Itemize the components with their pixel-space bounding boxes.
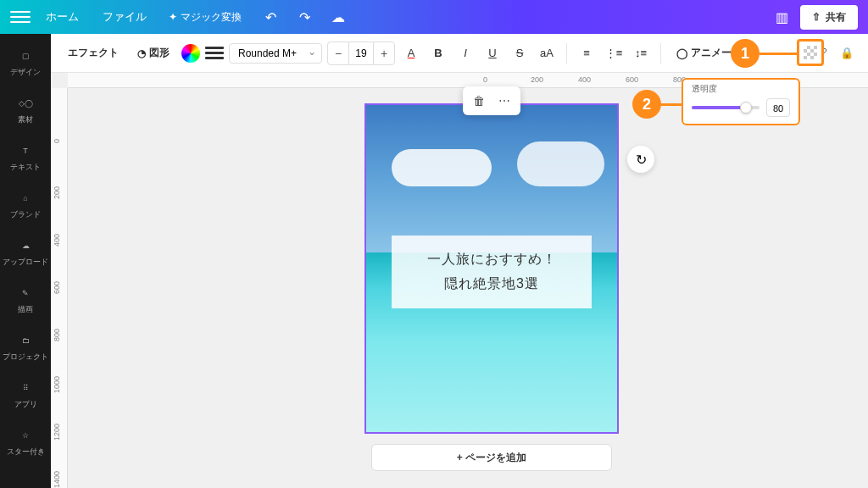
ruler-tick: 1400 — [53, 471, 61, 488]
sidebar-label: 描画 — [18, 304, 33, 315]
ruler-tick: 0 — [483, 75, 487, 84]
sidebar-item-draw[interactable]: ✎描画 — [2, 278, 49, 322]
ruler-tick: 200 — [53, 186, 61, 199]
element-context-menu: 🗑 ⋯ — [463, 86, 520, 115]
transparency-label: 透明度 — [692, 83, 790, 95]
left-sidebar: ▢デザイン ◇◯素材 Tテキスト ⌂ブランド ☁アップロード ✎描画 🗀プロジェ… — [0, 34, 51, 488]
sidebar-item-upload[interactable]: ☁アップロード — [2, 230, 49, 274]
chart-icon[interactable]: ▥ — [770, 5, 793, 29]
animate-label: アニメー — [691, 46, 732, 60]
font-size-value[interactable]: 19 — [348, 42, 374, 64]
shape-label: 図形 — [149, 46, 170, 60]
cloud-sync-icon[interactable]: ☁ — [326, 5, 350, 29]
top-nav: ホーム ファイル ✦ マジック変換 ↶ ↷ ☁ ▥ ⇧ 共有 — [0, 0, 868, 34]
transparency-icon[interactable] — [804, 46, 817, 59]
ruler-tick: 200 — [531, 75, 543, 84]
text-icon: T — [17, 142, 34, 159]
animate-button[interactable]: ◯ アニメー — [670, 42, 738, 64]
sidebar-label: プロジェクト — [3, 352, 48, 363]
spacing-icon[interactable]: ↕≡ — [630, 42, 652, 64]
list-bullet-icon[interactable]: ⋮≡ — [603, 42, 625, 64]
strikethrough-icon[interactable]: S — [509, 42, 531, 64]
color-picker-icon[interactable] — [181, 44, 200, 63]
font-family-select[interactable]: Rounded M+ — [229, 43, 322, 64]
case-icon[interactable]: aA — [536, 42, 558, 64]
brand-icon: ⌂ — [17, 190, 34, 207]
canvas-workspace[interactable]: 0 200 400 600 800 0 200 400 600 800 1000… — [51, 73, 868, 488]
design-page[interactable]: 一人旅におすすめ！ 隠れ絶景地3選 🗑 ⋯ ↻ — [364, 103, 619, 434]
annotation-callout-1: 1 — [731, 39, 760, 68]
apps-icon: ⠿ — [17, 380, 34, 396]
annotation-line — [760, 53, 797, 55]
slider-thumb[interactable] — [740, 102, 752, 114]
sidebar-item-text[interactable]: Tテキスト — [2, 136, 49, 180]
transparency-slider[interactable] — [692, 106, 760, 109]
underline-icon[interactable]: U — [481, 42, 504, 64]
sidebar-item-elements[interactable]: ◇◯素材 — [2, 88, 49, 132]
ruler-tick: 0 — [53, 139, 61, 143]
sidebar-item-design[interactable]: ▢デザイン — [2, 41, 49, 85]
rotate-icon[interactable]: ↻ — [627, 146, 654, 173]
bold-icon[interactable]: B — [427, 42, 449, 64]
template-icon: ▢ — [17, 47, 34, 64]
sidebar-item-starred[interactable]: ☆スター付き — [2, 420, 49, 464]
menu-icon[interactable] — [10, 7, 31, 27]
effect-button[interactable]: エフェクト — [61, 42, 125, 64]
magic-label: マジック変換 — [181, 10, 242, 25]
undo-icon[interactable]: ↶ — [259, 5, 282, 29]
sky-image — [366, 105, 617, 252]
sidebar-item-apps[interactable]: ⠿アプリ — [2, 373, 49, 417]
folder-icon: 🗀 — [17, 332, 34, 349]
text-overlay-box[interactable]: 一人旅におすすめ！ 隠れ絶景地3選 — [392, 236, 593, 308]
font-size-decrease[interactable]: − — [328, 42, 348, 64]
ruler-tick: 400 — [53, 234, 61, 247]
transparency-value-input[interactable]: 80 — [766, 98, 790, 117]
sidebar-label: スター付き — [7, 446, 45, 458]
nav-file[interactable]: ファイル — [94, 4, 155, 30]
annotation-line — [659, 103, 682, 106]
nav-home[interactable]: ホーム — [37, 4, 87, 30]
sidebar-label: デザイン — [10, 67, 41, 78]
transparency-popover: 透明度 80 — [682, 78, 800, 125]
ruler-tick: 400 — [578, 75, 591, 84]
sidebar-label: 素材 — [18, 114, 33, 125]
text-line-2[interactable]: 隠れ絶景地3選 — [398, 272, 586, 297]
slider-fill — [692, 106, 746, 109]
sidebar-label: アップロード — [3, 257, 48, 268]
ruler-tick: 1000 — [53, 376, 61, 393]
font-size-stepper: − 19 + — [327, 42, 395, 65]
italic-icon[interactable]: I — [454, 42, 476, 64]
list-style-icon[interactable] — [205, 44, 224, 63]
lock-icon[interactable]: 🔒 — [836, 42, 858, 64]
sidebar-label: テキスト — [10, 162, 41, 173]
divider — [660, 43, 661, 64]
cloud-shape — [392, 149, 492, 186]
text-line-1[interactable]: 一人旅におすすめ！ — [398, 247, 586, 272]
delete-icon[interactable]: 🗑 — [470, 92, 488, 110]
cloud-shape — [517, 141, 605, 186]
sidebar-item-projects[interactable]: 🗀プロジェクト — [2, 325, 49, 369]
sidebar-label: ブランド — [10, 209, 41, 220]
annotation-callout-2: 2 — [632, 90, 661, 119]
share-label: 共有 — [826, 10, 846, 25]
divider — [566, 43, 567, 64]
magic-convert-button[interactable]: ✦ マジック変換 — [162, 7, 248, 28]
ruler-tick: 600 — [53, 281, 61, 294]
more-icon[interactable]: ⋯ — [495, 92, 514, 110]
sidebar-label: アプリ — [14, 399, 37, 410]
ruler-tick: 600 — [626, 75, 638, 84]
sidebar-item-brand[interactable]: ⌂ブランド — [2, 183, 49, 227]
star-icon: ☆ — [17, 427, 34, 444]
share-button[interactable]: ⇧ 共有 — [800, 5, 858, 30]
add-page-button[interactable]: + ページを追加 — [371, 444, 612, 471]
shapes-icon: ◇◯ — [17, 95, 34, 112]
text-color-icon[interactable]: A — [400, 42, 422, 64]
ruler-tick: 800 — [53, 329, 61, 341]
shape-button[interactable]: ◔ 図形 — [131, 42, 176, 64]
align-icon[interactable]: ≡ — [576, 42, 598, 64]
ruler-tick: 1200 — [53, 424, 61, 441]
transparency-button-highlight — [797, 39, 824, 66]
font-size-increase[interactable]: + — [374, 42, 394, 64]
redo-icon[interactable]: ↷ — [292, 5, 316, 29]
draw-icon: ✎ — [17, 285, 34, 302]
